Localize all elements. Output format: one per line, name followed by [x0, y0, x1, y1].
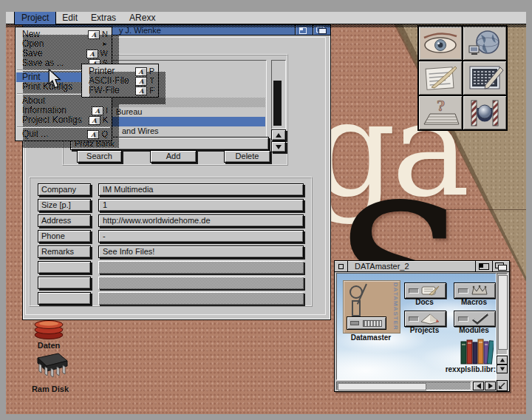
zoom-gadget[interactable] — [475, 261, 492, 271]
menu-item-quit[interactable]: Quit ... AQ — [16, 129, 111, 139]
menu-item-project-konfigs[interactable]: Project Konfigs AK — [16, 115, 111, 125]
form-row-disabled — [38, 292, 304, 305]
drawer-icon-projects[interactable] — [404, 311, 446, 327]
dm-horizontal-scrollbar[interactable] — [336, 382, 471, 390]
company-field[interactable]: IM Multimedia — [98, 183, 304, 196]
dm-resize-gadget[interactable] — [497, 380, 508, 391]
books-icon — [460, 337, 494, 365]
empty-label — [38, 261, 91, 274]
drawer-icon-macros[interactable] — [454, 282, 496, 299]
close-gadget[interactable] — [335, 261, 348, 271]
phone-field[interactable]: - — [98, 230, 304, 243]
disk-stack-icon — [33, 319, 65, 339]
form-row: Size [p.] 1 — [38, 199, 304, 211]
delete-button[interactable]: Delete — [224, 150, 270, 163]
search-button[interactable]: Search — [77, 150, 122, 163]
submenu-arrow-icon: ► — [102, 39, 108, 49]
amiga-key-icon: A — [135, 77, 147, 86]
address-label: Address — [38, 214, 91, 227]
list-scroll-down-button[interactable] — [271, 141, 286, 152]
drawer-icon-modules[interactable] — [454, 311, 496, 327]
disabled-field — [98, 292, 304, 305]
list-scroll-up-button[interactable] — [271, 129, 286, 140]
drawer-icon-docs[interactable] — [404, 282, 446, 299]
paper-stack-icon — [419, 313, 441, 325]
amiga-key-icon: A — [92, 106, 103, 115]
disabled-field — [98, 261, 304, 274]
drawer-slot — [458, 288, 468, 294]
remarks-field[interactable]: See Info Files! — [98, 245, 304, 258]
dock-button-eye[interactable] — [419, 27, 462, 60]
left-arrow-icon — [477, 383, 481, 389]
dm-scroll-right-button[interactable] — [485, 382, 496, 390]
desktop-icon-daten[interactable]: Daten — [28, 319, 69, 350]
list-scrollbar[interactable] — [271, 60, 286, 129]
menu-title-arexx[interactable]: ARexx — [123, 12, 162, 24]
menu-title-extras[interactable]: Extras — [84, 12, 123, 24]
workbench-desktop: ga s — [6, 12, 526, 414]
icon-label: Docs — [404, 298, 445, 306]
form-row-disabled — [38, 261, 304, 274]
dm-vertical-scrollbar[interactable] — [497, 273, 508, 355]
icon-label: Modules — [454, 326, 494, 334]
crown-icon — [468, 285, 491, 297]
icon-label: Macros — [454, 298, 494, 306]
datamaster2-window: DATAmaster_2 DATAMASTER Datamaster — [334, 260, 510, 392]
empty-label — [38, 277, 91, 289]
size-field[interactable]: 1 — [98, 199, 304, 211]
question-glyph: ? — [437, 98, 445, 114]
amiga-key-icon: A — [87, 130, 99, 139]
mouse-pointer — [48, 69, 63, 93]
company-label: Company — [38, 183, 91, 196]
icon-label: Projects — [404, 326, 445, 334]
icon-label: Datamaster — [343, 333, 399, 342]
menu-title-edit[interactable]: Edit — [55, 12, 84, 24]
amiga-key-icon: A — [135, 67, 147, 76]
dm-scroll-down-button[interactable] — [497, 365, 508, 373]
dm-scroll-up-button[interactable] — [497, 356, 508, 365]
list-scrollbar-thumb[interactable] — [273, 81, 282, 126]
menu-bar: Project Edit Extras ARexx — [6, 12, 526, 24]
form-row: Company IM Multimedia — [38, 183, 304, 196]
desktop-icon-ram-disk[interactable]: Ram Disk — [24, 350, 77, 393]
menu-title-project[interactable]: Project — [15, 12, 55, 24]
address-field[interactable]: http://www.worldwidehome.de — [98, 214, 304, 227]
drawer-slot — [409, 316, 419, 322]
size-label: Size [p.] — [38, 199, 91, 211]
ram-chip-icon — [29, 350, 72, 383]
keyboard-question-icon: ? — [420, 98, 460, 129]
amiga-key-icon: A — [89, 116, 100, 125]
submenu-item-fw-file[interactable]: FW-File AF — [83, 86, 157, 95]
drawer-slot — [409, 288, 419, 294]
dm-window-title: DATAmaster_2 — [355, 262, 409, 271]
mini-keyboard-bar — [347, 316, 386, 330]
dock-button-globe[interactable] — [463, 27, 506, 60]
dock-button-editor[interactable] — [463, 61, 506, 95]
dock-button-tools[interactable] — [463, 96, 506, 129]
checkmark-icon — [468, 313, 491, 325]
phone-label: Phone — [38, 230, 91, 243]
library-books-icon[interactable] — [460, 337, 494, 368]
amiga-key-icon: A — [88, 30, 100, 39]
down-arrow-icon — [499, 368, 504, 371]
dock-button-letter[interactable] — [419, 61, 462, 95]
dm-vscroll-thumb[interactable] — [498, 275, 508, 350]
add-button[interactable]: Add — [150, 150, 197, 163]
empty-label — [38, 292, 91, 305]
form-row: Phone - — [38, 230, 304, 243]
dock-button-help[interactable]: ? — [419, 96, 462, 129]
remarks-label: Remarks — [38, 245, 91, 258]
dm-scroll-left-button[interactable] — [473, 382, 484, 390]
dm-window-titlebar[interactable]: DATAmaster_2 — [335, 261, 509, 272]
print-submenu: Printer AP ASCII-File AT FW-File AF — [81, 64, 159, 98]
down-arrow-icon — [276, 145, 282, 149]
menu-separator — [17, 126, 110, 128]
record-form-group: Company IM Multimedia Size [p.] 1 Addres… — [29, 177, 313, 307]
sphere-poles-icon — [465, 98, 505, 129]
dm-hscroll-thumb[interactable] — [338, 383, 426, 390]
depth-gadget[interactable] — [492, 261, 509, 271]
resize-icon — [498, 382, 506, 390]
icon-label: rexxplslib.libr: — [427, 365, 496, 373]
datamaster-program-icon[interactable]: DATAMASTER — [343, 280, 400, 333]
datamaster-vertical-text: DATAMASTER — [392, 282, 399, 331]
